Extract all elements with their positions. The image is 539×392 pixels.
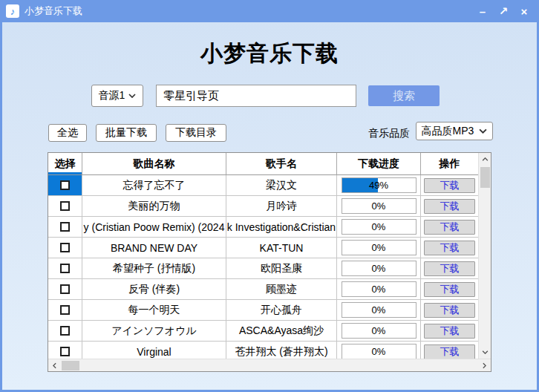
progress-bar: 0% xyxy=(342,219,416,235)
download-button[interactable]: 下载 xyxy=(424,324,475,339)
download-button[interactable]: 下载 xyxy=(424,178,475,193)
progress-bar: 0% xyxy=(342,261,416,276)
progress-bar: 0% xyxy=(342,198,416,214)
operation-cell: 下载 xyxy=(421,217,478,238)
song-name-cell: アインソフオウル xyxy=(82,321,226,342)
maximize-button[interactable]: ↗ xyxy=(493,0,514,22)
source-select[interactable]: 音源1 xyxy=(91,85,143,107)
song-name-cell: 美丽的万物 xyxy=(82,196,226,217)
minimize-button[interactable]: – xyxy=(472,0,493,22)
artist-name-cell: KAT-TUN xyxy=(226,238,337,258)
select-cell[interactable] xyxy=(48,238,82,258)
download-button[interactable]: 下载 xyxy=(424,344,475,359)
progress-cell: 0% xyxy=(337,300,421,321)
close-button[interactable]: × xyxy=(514,0,535,22)
download-button[interactable]: 下载 xyxy=(424,282,475,297)
progress-text: 0% xyxy=(342,241,416,255)
progress-bar: 0% xyxy=(342,344,416,359)
horizontal-scroll-thumb[interactable] xyxy=(62,361,79,370)
progress-text: 49% xyxy=(342,178,416,192)
progress-text: 0% xyxy=(342,344,416,359)
header-operation[interactable]: 操作 xyxy=(421,153,478,175)
operation-cell: 下载 xyxy=(421,300,478,321)
progress-text: 0% xyxy=(342,220,416,234)
row-checkbox[interactable] xyxy=(60,180,70,190)
select-cell[interactable] xyxy=(48,321,82,342)
source-select-value: 音源1 xyxy=(99,89,125,102)
row-checkbox[interactable] xyxy=(60,264,70,273)
row-checkbox[interactable] xyxy=(60,305,70,315)
artist-name-cell: ASCA&Ayasa绚沙 xyxy=(226,321,337,342)
artist-name-cell: 苍井翔太 (蒼井翔太) xyxy=(226,342,337,359)
scroll-left-button[interactable] xyxy=(48,359,61,372)
scroll-up-button[interactable] xyxy=(479,153,491,166)
row-checkbox[interactable] xyxy=(60,201,70,211)
header-artist[interactable]: 歌手名 xyxy=(226,153,337,175)
download-button[interactable]: 下载 xyxy=(424,241,475,255)
download-button[interactable]: 下载 xyxy=(424,199,475,214)
select-cell[interactable] xyxy=(48,196,82,217)
search-button[interactable]: 搜索 xyxy=(368,85,440,106)
row-checkbox[interactable] xyxy=(60,326,70,336)
download-button[interactable]: 下载 xyxy=(424,261,475,276)
header-progress[interactable]: 下载进度 xyxy=(337,153,421,175)
song-name-cell: 忘得了忘不了 xyxy=(82,175,226,196)
select-cell[interactable] xyxy=(48,175,82,196)
chevron-right-icon xyxy=(483,362,486,369)
progress-text: 0% xyxy=(342,324,416,338)
song-name-cell: Virginal xyxy=(82,342,226,359)
vertical-scrollbar[interactable] xyxy=(478,153,491,359)
progress-bar: 0% xyxy=(342,323,416,339)
progress-text: 0% xyxy=(342,303,416,317)
vertical-scroll-thumb[interactable] xyxy=(480,167,490,188)
download-button[interactable]: 下载 xyxy=(424,220,475,235)
title-bar[interactable]: ♪ 小梦音乐下载 – ↗ × xyxy=(0,0,539,22)
song-table: 选择 歌曲名称 歌手名 下载进度 操作 忘得了忘不了 梁汉文 49% 下载 美丽… xyxy=(48,152,491,372)
table-row: アインソフオウル ASCA&Ayasa绚沙 0% 下载 xyxy=(48,321,478,342)
batch-download-button[interactable]: 批量下载 xyxy=(96,124,157,142)
chevron-down-icon xyxy=(482,350,489,354)
artist-name-cell: 月吟诗 xyxy=(226,196,337,217)
download-directory-button[interactable]: 下载目录 xyxy=(166,124,226,142)
row-checkbox[interactable] xyxy=(60,222,70,232)
scroll-down-button[interactable] xyxy=(479,346,491,359)
download-button[interactable]: 下载 xyxy=(424,303,475,318)
select-all-button[interactable]: 全选 xyxy=(48,124,87,142)
song-name-cell: 反骨 (伴奏) xyxy=(82,279,226,300)
select-cell[interactable] xyxy=(48,342,82,359)
artist-name-cell: 顾墨迹 xyxy=(226,279,337,300)
page-title: 小梦音乐下载 xyxy=(0,39,539,69)
header-song[interactable]: 歌曲名称 xyxy=(82,153,226,175)
search-input[interactable] xyxy=(156,85,356,107)
scroll-right-button[interactable] xyxy=(478,359,491,372)
progress-bar: 0% xyxy=(342,281,416,297)
table-body: 忘得了忘不了 梁汉文 49% 下载 美丽的万物 月吟诗 0% 下载 xyxy=(48,175,478,359)
song-name-cell: 每一个明天 xyxy=(82,300,226,321)
progress-cell: 0% xyxy=(337,279,421,300)
table-row: 忘得了忘不了 梁汉文 49% 下载 xyxy=(48,175,478,196)
progress-text: 0% xyxy=(342,199,416,213)
progress-text: 0% xyxy=(342,282,416,296)
row-checkbox[interactable] xyxy=(60,284,70,294)
operation-cell: 下载 xyxy=(421,175,478,196)
header-select[interactable]: 选择 xyxy=(48,153,82,175)
select-cell[interactable] xyxy=(48,300,82,321)
table-row: y (Cristian Poow Remix) (2024 k Investig… xyxy=(48,217,478,238)
window-title: 小梦音乐下载 xyxy=(24,4,82,18)
table-row: 每一个明天 开心孤舟 0% 下载 xyxy=(48,300,478,321)
table-row: Virginal 苍井翔太 (蒼井翔太) 0% 下载 xyxy=(48,342,478,359)
quality-select[interactable]: 高品质MP3 xyxy=(416,122,493,140)
progress-bar: 0% xyxy=(342,240,416,255)
select-cell[interactable] xyxy=(48,217,82,238)
select-cell[interactable] xyxy=(48,258,82,279)
operation-cell: 下载 xyxy=(421,321,478,342)
window-controls: – ↗ × xyxy=(472,0,535,22)
operation-cell: 下载 xyxy=(421,196,478,217)
progress-cell: 49% xyxy=(337,175,421,196)
horizontal-scrollbar[interactable] xyxy=(48,359,491,371)
row-checkbox[interactable] xyxy=(60,347,70,356)
select-cell[interactable] xyxy=(48,279,82,300)
row-checkbox[interactable] xyxy=(60,243,70,252)
artist-name-cell: 梁汉文 xyxy=(226,175,337,196)
table-row: 美丽的万物 月吟诗 0% 下载 xyxy=(48,196,478,217)
